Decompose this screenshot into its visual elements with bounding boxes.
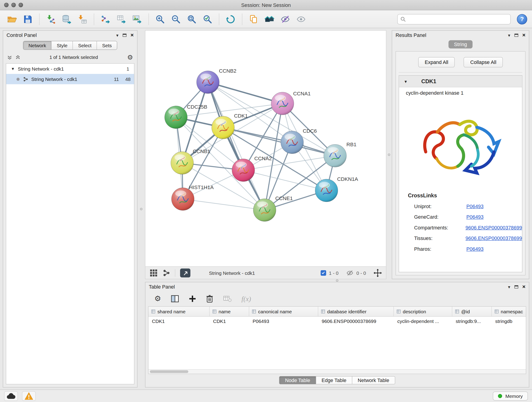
table-row[interactable]: CDK1CDK1P064939606.ENSP00000378699cyclin… bbox=[148, 317, 526, 326]
node-CDK1[interactable] bbox=[212, 116, 234, 139]
network-graph[interactable]: CCNB2CCNA1CDC25BCDK1CDC6RB1CCNB1CCNA2CDK… bbox=[146, 31, 386, 267]
results-splitter[interactable] bbox=[386, 30, 392, 279]
expand-all-icon[interactable] bbox=[16, 55, 20, 60]
tab-sets[interactable]: Sets bbox=[97, 41, 117, 50]
apply-layout-button[interactable] bbox=[223, 12, 238, 26]
table-cell[interactable]: cyclin-dependent ... bbox=[394, 317, 452, 326]
crosslink-value-link[interactable]: P06493 bbox=[467, 214, 484, 220]
column-header-description[interactable]: description bbox=[394, 307, 452, 316]
vertical-splitter[interactable] bbox=[138, 30, 145, 388]
show-button[interactable] bbox=[294, 12, 308, 26]
export-network-button[interactable] bbox=[98, 12, 113, 26]
window-minimize-button[interactable] bbox=[12, 3, 16, 7]
gear-icon[interactable]: ⚙ bbox=[127, 54, 133, 61]
scrollbar-thumb[interactable] bbox=[150, 370, 188, 373]
crosslink-value-link[interactable]: 9606.ENSP00000378699 bbox=[466, 235, 522, 241]
add-column-plus-icon[interactable] bbox=[189, 295, 196, 303]
delete-column-trash-icon[interactable] bbox=[206, 295, 213, 303]
column-header-shared-name[interactable]: shared name bbox=[148, 307, 210, 316]
export-table-button[interactable] bbox=[114, 12, 128, 26]
memory-button[interactable]: Memory bbox=[493, 391, 528, 400]
cloud-button[interactable] bbox=[4, 391, 18, 401]
edge-CCNB2-CCNA1[interactable] bbox=[208, 82, 283, 104]
node-CCNB1[interactable] bbox=[171, 152, 194, 174]
panel-menu-caret-icon[interactable]: ▾ bbox=[508, 33, 510, 37]
birdseye-grid-icon[interactable] bbox=[150, 269, 158, 277]
documents-button[interactable] bbox=[247, 12, 261, 26]
network-row-selected[interactable]: String Network - cdk1 11 48 bbox=[6, 74, 134, 84]
entry-header[interactable]: ▼ CDK1 bbox=[399, 76, 522, 87]
zoom-selected-button[interactable] bbox=[201, 12, 215, 26]
help-button[interactable]: ? bbox=[517, 14, 527, 24]
import-network-database-button[interactable] bbox=[60, 12, 74, 26]
selected-indicator-checkbox[interactable] bbox=[321, 270, 326, 275]
node-CCNE1[interactable] bbox=[253, 199, 276, 221]
table-settings-gear-icon[interactable]: ⚙ bbox=[154, 295, 161, 303]
crosslink-value-link[interactable]: P06493 bbox=[467, 246, 484, 251]
panel-close-button[interactable]: × bbox=[130, 32, 133, 38]
node-CCNA2[interactable] bbox=[232, 159, 255, 182]
edge-HIST1H1A-CCNE1[interactable] bbox=[183, 199, 265, 210]
tree-caret-icon[interactable]: ▼ bbox=[11, 67, 15, 71]
network-canvas[interactable]: CCNB2CCNA1CDC25BCDK1CDC6RB1CCNB1CCNA2CDK… bbox=[146, 31, 386, 267]
table-cell[interactable]: P06493 bbox=[249, 317, 318, 326]
panel-float-button[interactable] bbox=[514, 285, 518, 288]
hidden-eye-icon[interactable] bbox=[346, 269, 354, 277]
save-session-button[interactable] bbox=[21, 12, 35, 26]
column-header-name[interactable]: name bbox=[210, 307, 249, 316]
panel-close-button[interactable]: × bbox=[522, 284, 525, 289]
table-cell[interactable]: stringdb bbox=[492, 317, 526, 326]
window-close-button[interactable] bbox=[4, 3, 9, 7]
column-header-namespac[interactable]: namespac bbox=[492, 307, 526, 316]
panel-float-button[interactable] bbox=[123, 33, 127, 37]
horizontal-splitter[interactable] bbox=[145, 279, 529, 282]
export-image-button[interactable] bbox=[130, 12, 144, 26]
table-cell[interactable]: 9606.ENSP00000378699 bbox=[318, 317, 394, 326]
network-collection-row[interactable]: ▼ String Network - cdk1 1 bbox=[6, 64, 134, 74]
tab-string[interactable]: String bbox=[449, 40, 473, 49]
import-table-file-button[interactable] bbox=[75, 12, 90, 26]
tab-node-table[interactable]: Node Table bbox=[279, 376, 316, 385]
node-CDC25B[interactable] bbox=[165, 106, 187, 128]
show-columns-icon[interactable] bbox=[171, 295, 179, 303]
edge-CCNB2-CCNE1[interactable] bbox=[208, 82, 265, 210]
column-header-database-identifier[interactable]: database identifier bbox=[318, 307, 394, 316]
warnings-button[interactable] bbox=[22, 391, 36, 401]
crosslink-value-link[interactable]: P06493 bbox=[467, 203, 484, 209]
search-box[interactable] bbox=[397, 14, 511, 24]
tab-select[interactable]: Select bbox=[73, 41, 97, 50]
column-header-canonical-name[interactable]: canonical name bbox=[249, 307, 318, 316]
panel-menu-caret-icon[interactable]: ▾ bbox=[116, 33, 119, 37]
hide-unhide-button[interactable] bbox=[278, 12, 293, 26]
tab-edge-table[interactable]: Edge Table bbox=[316, 376, 352, 385]
table-cell[interactable]: CDK1 bbox=[210, 317, 249, 326]
column-header--id[interactable]: @id bbox=[452, 307, 492, 316]
node-RB1[interactable] bbox=[324, 144, 346, 167]
zoom-fit-button[interactable] bbox=[185, 12, 199, 26]
search-input[interactable] bbox=[408, 16, 508, 22]
home-button[interactable] bbox=[262, 12, 277, 26]
collapse-all-button[interactable]: Collapse All bbox=[464, 57, 503, 67]
node-CDC6[interactable] bbox=[281, 131, 304, 154]
panel-menu-caret-icon[interactable]: ▾ bbox=[508, 284, 510, 289]
open-in-window-button[interactable] bbox=[180, 268, 190, 277]
share-network-icon[interactable] bbox=[163, 269, 170, 277]
zoom-out-button[interactable] bbox=[169, 12, 183, 26]
open-session-button[interactable] bbox=[5, 12, 19, 26]
window-zoom-button[interactable] bbox=[19, 3, 23, 7]
collapse-all-icon[interactable] bbox=[7, 55, 12, 60]
node-CCNA1[interactable] bbox=[271, 92, 294, 115]
crosslink-value-link[interactable]: 9606.ENSP00000378699 bbox=[466, 225, 522, 230]
tab-network[interactable]: Network bbox=[23, 41, 51, 50]
table-cell[interactable]: stringdb:9... bbox=[452, 317, 492, 326]
edge-CDK1-RB1[interactable] bbox=[223, 128, 335, 156]
node-CCNB2[interactable] bbox=[196, 71, 219, 94]
pan-move-icon[interactable] bbox=[374, 269, 382, 277]
import-network-file-button[interactable] bbox=[44, 12, 58, 26]
entry-caret-icon[interactable]: ▼ bbox=[404, 79, 408, 83]
zoom-in-button[interactable] bbox=[153, 12, 167, 26]
tab-network-table[interactable]: Network Table bbox=[352, 376, 395, 385]
tab-style[interactable]: Style bbox=[51, 41, 73, 50]
panel-float-button[interactable] bbox=[514, 33, 518, 37]
panel-close-button[interactable]: × bbox=[522, 32, 525, 38]
